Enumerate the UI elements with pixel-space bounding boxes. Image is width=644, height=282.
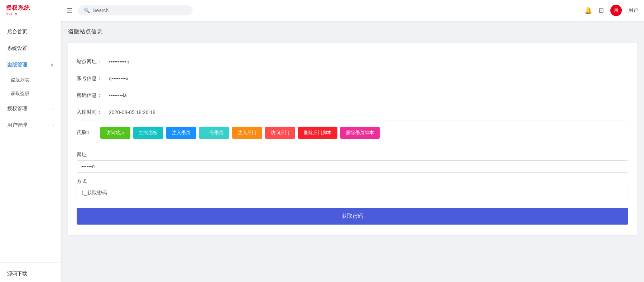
site-url-label: 站点网址： bbox=[77, 58, 109, 65]
sidebar-item-label: 用户管理 bbox=[7, 122, 27, 128]
logo-sub: Authoi bbox=[6, 12, 55, 15]
info-row-site-url: 站点网址： ••••••••••n bbox=[77, 53, 628, 70]
visit-backend-button[interactable]: 访问后门 bbox=[265, 127, 295, 139]
submit-button[interactable]: 获取密码 bbox=[77, 208, 628, 225]
search-icon: 🔍 bbox=[84, 8, 90, 13]
password-label: 密码信息： bbox=[77, 92, 109, 99]
screen-icon[interactable]: ⊡ bbox=[599, 6, 604, 14]
method-form-label: 方式 bbox=[77, 178, 628, 185]
delete-backend-script-button[interactable]: 删除后门脚本 bbox=[298, 127, 337, 139]
sidebar-item-dashboard[interactable]: 后台首页 bbox=[0, 24, 61, 40]
info-row-account: 账号信息： q••••••••v bbox=[77, 70, 628, 87]
sidebar: 授权系统 Authoi 后台首页 系统设置 盗版管理 ∨ 盗版列表 获取盗版 授… bbox=[0, 0, 61, 282]
submit-label: 获取密码 bbox=[342, 213, 363, 219]
sidebar-item-label: 盗版管理 bbox=[7, 62, 27, 68]
sidebar-divider bbox=[0, 262, 61, 263]
sidebar-item-settings[interactable]: 系统设置 bbox=[0, 40, 61, 57]
method-input[interactable] bbox=[77, 187, 628, 199]
sidebar-subitem-label: 获取盗版 bbox=[11, 91, 29, 96]
logo: 授权系统 Authoi bbox=[0, 0, 61, 20]
page-title: 盗版站点信息 bbox=[68, 28, 637, 36]
sidebar-item-label: 源码下载 bbox=[7, 271, 27, 276]
form-row-url: 网址 bbox=[77, 152, 628, 173]
user-label[interactable]: 用户 bbox=[628, 7, 638, 14]
sidebar-item-source[interactable]: 源码下载 bbox=[0, 265, 61, 282]
account-value: q••••••••v bbox=[109, 76, 128, 81]
inject-backend-button[interactable]: 注入后门 bbox=[232, 127, 262, 139]
chevron-right-icon: › bbox=[52, 106, 54, 111]
search-bar: 🔍 bbox=[78, 5, 193, 15]
form-section: 网址 方式 获取密码 bbox=[77, 152, 628, 225]
site-url-value: ••••••••••n bbox=[109, 59, 129, 65]
menu-toggle-button[interactable]: ☰ bbox=[67, 6, 72, 14]
second-home-button[interactable]: 二号墨页 bbox=[199, 127, 229, 139]
avatar[interactable]: 用 bbox=[610, 5, 622, 16]
sidebar-item-piracy-list[interactable]: 盗版列表 bbox=[0, 73, 61, 87]
info-row-password: 密码信息： ••••••••ia bbox=[77, 87, 628, 104]
password-value: ••••••••ia bbox=[109, 93, 127, 98]
main-wrapper: ☰ 🔍 🔔 ⊡ 用 用户 盗版站点信息 站点网址： ••••••••••n 账号… bbox=[61, 0, 644, 282]
visit-site-button[interactable]: 访问站点 bbox=[100, 127, 130, 139]
chevron-right-icon: › bbox=[52, 123, 54, 128]
time-value: 2020-08-05 18:26:18 bbox=[109, 109, 155, 115]
sidebar-item-auth[interactable]: 授权管理 › bbox=[0, 100, 61, 117]
sidebar-item-label: 授权管理 bbox=[7, 105, 27, 112]
time-label: 入库时间： bbox=[77, 109, 109, 116]
sidebar-menu: 后台首页 系统设置 盗版管理 ∨ 盗版列表 获取盗版 授权管理 › 用户管理 › bbox=[0, 20, 61, 259]
logo-main: 授权系统 bbox=[6, 4, 55, 12]
url-form-label: 网址 bbox=[77, 152, 628, 158]
account-label: 账号信息： bbox=[77, 75, 109, 82]
actions-row: 代刷1： 访问站点 控制面板 注入墨页 二号墨页 注入后门 访问后门 删除后门脚… bbox=[77, 121, 628, 145]
sidebar-item-piracy[interactable]: 盗版管理 ∨ bbox=[0, 57, 61, 73]
avatar-text: 用 bbox=[614, 8, 618, 14]
sidebar-subitem-label: 盗版列表 bbox=[11, 77, 29, 83]
sidebar-item-label: 系统设置 bbox=[7, 45, 27, 52]
search-input[interactable] bbox=[93, 8, 187, 13]
header-right: 🔔 ⊡ 用 用户 bbox=[584, 5, 638, 16]
delete-home-script-button[interactable]: 删除墨页脚本 bbox=[340, 127, 380, 139]
main-card: 站点网址： ••••••••••n 账号信息： q••••••••v 密码信息：… bbox=[68, 43, 637, 235]
sidebar-item-label: 后台首页 bbox=[7, 29, 27, 35]
content-area: 盗版站点信息 站点网址： ••••••••••n 账号信息： q••••••••… bbox=[61, 21, 644, 282]
control-panel-button[interactable]: 控制面板 bbox=[133, 127, 163, 139]
form-row-method: 方式 bbox=[77, 178, 628, 199]
actions-label: 代刷1： bbox=[77, 130, 95, 136]
url-input[interactable] bbox=[77, 160, 628, 173]
inject-home-button[interactable]: 注入墨页 bbox=[166, 127, 196, 139]
header: ☰ 🔍 🔔 ⊡ 用 用户 bbox=[61, 0, 644, 21]
notification-icon[interactable]: 🔔 bbox=[584, 6, 592, 14]
info-row-time: 入库时间： 2020-08-05 18:26:18 bbox=[77, 104, 628, 121]
sidebar-item-users[interactable]: 用户管理 › bbox=[0, 117, 61, 133]
sidebar-item-get-piracy[interactable]: 获取盗版 bbox=[0, 87, 61, 100]
chevron-down-icon: ∨ bbox=[51, 62, 54, 67]
